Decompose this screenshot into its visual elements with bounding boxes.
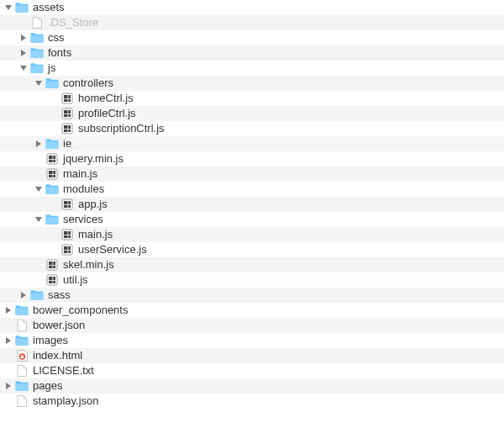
svg-marker-26 xyxy=(35,187,42,192)
js-file-icon xyxy=(60,123,74,135)
folder-icon xyxy=(15,380,29,392)
tree-item-label: css xyxy=(48,30,65,45)
svg-rect-8 xyxy=(64,98,71,99)
disclosure-right-icon[interactable] xyxy=(3,336,13,346)
svg-rect-16 xyxy=(64,129,71,129)
svg-marker-17 xyxy=(36,140,41,147)
folder-icon xyxy=(30,32,44,44)
tree-item-label: bower.json xyxy=(33,318,85,333)
tree-item-label: assets xyxy=(33,0,65,15)
disclosure-right-icon[interactable] xyxy=(18,48,29,58)
tree-row[interactable]: bower.json xyxy=(0,318,504,333)
svg-marker-49 xyxy=(6,307,11,314)
disclosure-down-icon[interactable] xyxy=(18,63,29,73)
tree-row[interactable]: images xyxy=(0,333,504,348)
tree-row[interactable]: css xyxy=(0,30,504,45)
tree-row[interactable]: profileCtrl.js xyxy=(0,106,504,121)
tree-row[interactable]: bower_components xyxy=(0,303,504,318)
html-file-icon xyxy=(15,350,29,362)
tree-row[interactable]: subscriptionCtrl.js xyxy=(0,121,504,136)
tree-row[interactable]: stamplay.json xyxy=(0,394,504,409)
tree-row[interactable]: modules xyxy=(0,182,504,197)
folder-icon xyxy=(45,214,59,225)
svg-rect-35 xyxy=(64,235,71,235)
tree-row[interactable]: LICENSE.txt xyxy=(0,363,504,378)
tree-row[interactable]: index.html xyxy=(0,348,504,363)
tree-item-label: js xyxy=(48,61,55,76)
folder-icon xyxy=(15,335,29,346)
tree-item-label: controllers xyxy=(63,76,113,91)
tree-row[interactable]: sass xyxy=(0,288,504,303)
js-file-icon xyxy=(45,274,59,286)
tree-row[interactable]: controllers xyxy=(0,76,504,91)
folder-icon xyxy=(30,62,44,74)
tree-row[interactable]: main.js xyxy=(0,166,504,182)
js-file-icon xyxy=(60,92,74,104)
js-file-icon xyxy=(60,244,74,256)
folder-icon xyxy=(45,183,59,195)
tree-row[interactable]: js xyxy=(0,61,504,76)
tree-row[interactable]: ie xyxy=(0,136,504,151)
disclosure-right-icon[interactable] xyxy=(18,33,29,43)
disclosure-right-icon[interactable] xyxy=(34,139,44,149)
tree-row[interactable]: pages xyxy=(0,378,504,394)
disclosure-right-icon[interactable] xyxy=(3,305,13,315)
disclosure-down-icon[interactable] xyxy=(3,3,13,13)
tree-row[interactable]: jquery.min.js xyxy=(0,151,504,166)
tree-row[interactable]: app.js xyxy=(0,197,504,212)
svg-rect-43 xyxy=(49,265,55,266)
disclosure-down-icon[interactable] xyxy=(34,214,44,225)
svg-rect-21 xyxy=(49,159,55,160)
tree-row[interactable]: userService.js xyxy=(0,242,504,257)
tree-row[interactable]: util.js xyxy=(0,272,504,288)
tree-item-label: homeCtrl.js xyxy=(78,91,134,106)
tree-item-label: LICENSE.txt xyxy=(33,363,94,378)
svg-marker-48 xyxy=(21,292,26,299)
tree-item-label: skel.min.js xyxy=(63,257,114,272)
tree-item-label: images xyxy=(33,333,68,348)
tree-row[interactable]: .DS_Store xyxy=(0,15,504,30)
folder-icon xyxy=(45,138,59,150)
tree-row[interactable]: main.js xyxy=(0,227,504,242)
disclosure-down-icon[interactable] xyxy=(34,184,44,194)
svg-rect-47 xyxy=(49,280,55,281)
tree-item-label: .DS_Store xyxy=(48,15,98,30)
js-file-icon xyxy=(45,153,59,165)
folder-icon xyxy=(15,2,29,13)
tree-item-label: profileCtrl.js xyxy=(78,106,136,121)
tree-item-label: stamplay.json xyxy=(33,394,99,409)
tree-item-label: util.js xyxy=(63,272,88,288)
disclosure-right-icon[interactable] xyxy=(3,381,13,391)
tree-row[interactable]: skel.min.js xyxy=(0,257,504,272)
tree-item-label: services xyxy=(63,212,103,227)
tree-item-label: app.js xyxy=(78,197,108,212)
tree-item-label: main.js xyxy=(63,166,97,182)
tree-row[interactable]: fonts xyxy=(0,45,504,61)
tree-row[interactable]: services xyxy=(0,212,504,227)
tree-item-label: subscriptionCtrl.js xyxy=(78,121,165,136)
disclosure-right-icon[interactable] xyxy=(18,290,29,300)
disclosure-down-icon[interactable] xyxy=(34,78,44,88)
svg-marker-3 xyxy=(20,66,27,71)
js-file-icon xyxy=(45,259,59,271)
svg-marker-4 xyxy=(35,81,42,86)
folder-icon xyxy=(30,289,44,301)
svg-rect-25 xyxy=(49,174,55,175)
svg-marker-31 xyxy=(35,217,42,222)
tree-item-label: jquery.min.js xyxy=(63,151,123,166)
folder-icon xyxy=(30,47,44,59)
svg-marker-2 xyxy=(21,50,26,56)
tree-item-label: bower_components xyxy=(33,303,128,318)
file-tree: assets .DS_Store css fonts js controller… xyxy=(0,0,504,409)
tree-row[interactable]: assets xyxy=(0,0,504,15)
js-file-icon xyxy=(60,108,74,119)
svg-rect-30 xyxy=(64,204,71,205)
tree-row[interactable]: homeCtrl.js xyxy=(0,91,504,106)
folder-icon xyxy=(45,77,59,89)
folder-icon xyxy=(15,304,29,316)
js-file-icon xyxy=(45,168,59,180)
svg-marker-50 xyxy=(6,337,11,344)
svg-rect-12 xyxy=(64,114,71,114)
svg-marker-1 xyxy=(21,34,26,41)
svg-rect-39 xyxy=(64,250,71,251)
